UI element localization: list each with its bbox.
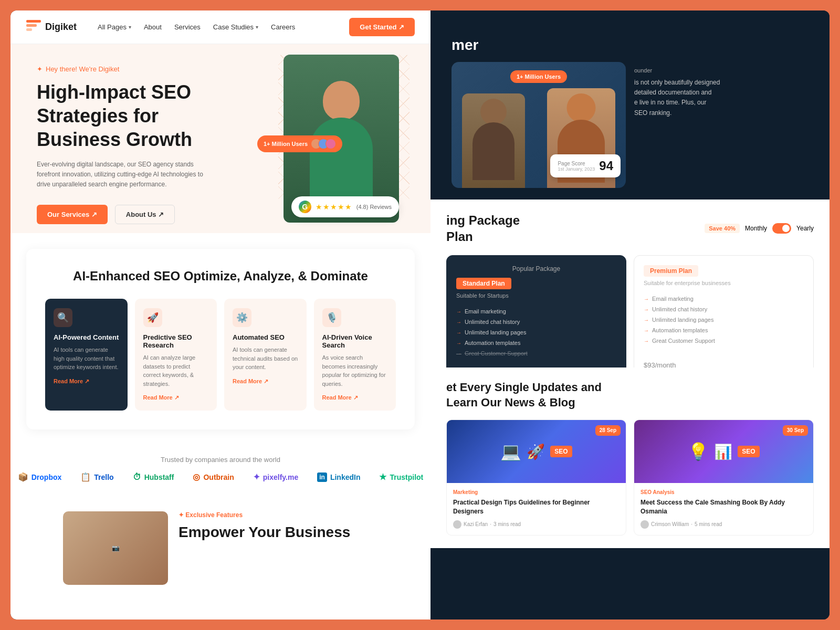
review-text: (4.8) Reviews	[356, 204, 392, 210]
blog-section: et Every Single Updates and Learn Our Ne…	[430, 368, 830, 548]
logo[interactable]: Digiket	[26, 20, 77, 35]
trusted-section: Trusted by companies around the world 📦 …	[10, 445, 430, 492]
feature-card-voice: 🎙️ AI-Driven Voice Search As voice searc…	[314, 299, 396, 411]
read-more-link[interactable]: Read More ↗	[54, 378, 119, 385]
left-panel: Digiket All Pages ▾ About Services Case …	[10, 10, 430, 620]
read-more-link[interactable]: Read More ↗	[143, 394, 209, 401]
empower-image: 📷	[63, 511, 168, 585]
feature-card-desc: AI tools can generate technical audits b…	[233, 345, 298, 372]
founder-label: ounder	[634, 67, 808, 74]
blog-card-1[interactable]: 💻 🚀 SEO 28 Sep Marketing Practical Desig…	[446, 419, 626, 536]
feature-item: Great Customer Support	[644, 335, 804, 346]
seo-label: SEO	[550, 446, 572, 457]
customer-description: is not only beautifully designeddetailed…	[634, 78, 808, 118]
seo-icon: 💻	[500, 442, 521, 461]
get-started-button[interactable]: Get Started ↗	[349, 18, 415, 36]
author-avatar-1	[453, 520, 461, 529]
customer-card-title: mer	[452, 37, 808, 54]
exclusive-tag: ✦ Exclusive Features	[178, 511, 350, 519]
nav-case-studies[interactable]: Case Studies ▾	[213, 23, 258, 31]
blog-card-2[interactable]: 💡 📊 SEO 30 Sep SEO Analysis Meet Success…	[634, 419, 814, 536]
nav-about[interactable]: About	[144, 23, 162, 31]
empower-content: 📷 ✦ Exclusive Features Empower Your Busi…	[37, 503, 404, 593]
empower-section: 📷 ✦ Exclusive Features Empower Your Busi…	[10, 492, 430, 604]
blog-card-image-1: 💻 🚀 SEO 28 Sep	[447, 420, 626, 483]
read-more-link[interactable]: Read More ↗	[322, 394, 388, 401]
about-us-button[interactable]: About Us ↗	[115, 205, 175, 224]
pricing-title: ing Package Plan	[446, 212, 520, 245]
pricing-header: ing Package Plan Save 40% Monthly Yearly	[446, 212, 814, 245]
google-review-badge: G ★★★★★ (4.8) Reviews	[291, 196, 399, 217]
navbar: Digiket All Pages ▾ About Services Case …	[10, 10, 430, 44]
customer-card: mer 1+ Million Users	[430, 21, 830, 212]
nav-careers[interactable]: Careers	[271, 23, 295, 31]
plan-name-badge: Standard Plan	[456, 278, 511, 289]
trusted-title: Trusted by companies around the world	[26, 456, 415, 464]
brand-dropbox: 📦 Dropbox	[18, 472, 62, 482]
logo-icon	[26, 20, 41, 35]
hero-title: High-Impact SEO Strategies for Business …	[37, 80, 215, 151]
review-stars: ★★★★★	[316, 203, 352, 211]
popular-badge: Popular Package	[456, 265, 616, 272]
pixelfy-icon: ✦	[253, 472, 260, 482]
trustpilot-icon: ★	[379, 472, 386, 482]
blog-section-title: et Every Single Updates and Learn Our Ne…	[446, 380, 814, 410]
feature-cards: 🔍 AI-Powered Content AI tools can genera…	[45, 299, 396, 411]
blog-card-body-2: SEO Analysis Meet Success the Cale Smash…	[634, 483, 813, 535]
yearly-label: Yearly	[796, 225, 814, 232]
feature-card-automated: ⚙️ Automated SEO AI tools can generate t…	[224, 299, 307, 411]
read-more-link[interactable]: Read More ↗	[233, 378, 298, 385]
mini-avatars	[311, 139, 336, 149]
feature-item: Unlimited chat history	[456, 317, 616, 327]
ai-section: AI-Enhanced SEO Optimize, Analyze, & Dom…	[26, 249, 415, 429]
customer-layout: 1+ Million Users Page Score 1st January,…	[452, 62, 808, 188]
logo-text: Digiket	[45, 22, 77, 33]
feature-item: Unlimited chat history	[644, 304, 804, 314]
plan-suitable: Suitable for Startups	[456, 292, 616, 299]
feature-card-ai-powered: 🔍 AI-Powered Content AI tools can genera…	[45, 299, 128, 411]
brand-outbrain: ◎ Outbrain	[193, 472, 234, 482]
customer-photo: 1+ Million Users Page Score 1st January,…	[452, 62, 626, 188]
google-icon: G	[299, 201, 311, 213]
feature-card-predictive: 🚀 Predictive SEO Research AI can analyze…	[135, 299, 217, 411]
feature-item: Email marketing	[644, 293, 804, 304]
chart-icon: 📊	[714, 443, 732, 460]
hubstaff-icon: ⏱	[133, 472, 141, 482]
empower-text: ✦ Exclusive Features Empower Your Busine…	[178, 511, 350, 542]
blog-card-title-2: Meet Success the Cale Smashing Book By A…	[640, 498, 807, 516]
save-badge: Save 40%	[705, 224, 740, 233]
blog-date-badge-2: 30 Sep	[783, 425, 808, 436]
feature-card-title: AI-Driven Voice Search	[322, 333, 388, 349]
nav-services[interactable]: Services	[174, 23, 201, 31]
users-badge-right: 1+ Million Users	[510, 70, 567, 83]
plan-features-premium: Email marketing Unlimited chat history U…	[644, 293, 804, 346]
chevron-down-icon: ▾	[256, 24, 258, 30]
plan-suitable-premium: Suitable for enterprise businesses	[644, 280, 804, 286]
feature-card-title: Predictive SEO Research	[143, 333, 209, 349]
ai-icon: 🔍	[54, 308, 72, 327]
nav-links: All Pages ▾ About Services Case Studies …	[98, 23, 349, 31]
hero-image-area: 1+ Million Users G ★★★★★ (4.8) Reviews	[252, 55, 410, 233]
page-score-info: Page Score 1st January, 2023	[558, 161, 595, 172]
rocket-icon: 🚀	[527, 443, 545, 460]
nav-all-pages[interactable]: All Pages ▾	[98, 23, 131, 31]
our-services-button[interactable]: Our Services ↗	[37, 205, 108, 224]
feature-card-desc: AI can analyze large datasets to predict…	[143, 353, 209, 388]
page-score-badge: Page Score 1st January, 2023 94	[550, 154, 621, 177]
plan-features: Email marketing Unlimited chat history U…	[456, 306, 616, 359]
predictive-icon: 🚀	[143, 308, 162, 327]
body-1	[472, 122, 514, 180]
blog-card-body-1: Marketing Practical Design Tips Guidelin…	[447, 483, 626, 535]
dropbox-icon: 📦	[18, 472, 28, 482]
brand-logos: 📦 Dropbox 📋 Trello ⏱ Hubstaff ◎ Outbrain…	[26, 472, 415, 482]
monthly-label: Monthly	[745, 225, 767, 232]
linkedin-icon: in	[317, 472, 327, 482]
image-placeholder-label: 📷	[63, 511, 168, 585]
analysis-icon: 💡	[688, 442, 709, 461]
brand-pixelfy: ✦ pixelfy.me	[253, 472, 298, 482]
blog-date-badge-1: 28 Sep	[595, 425, 621, 436]
feature-item: Unlimited landing pages	[644, 314, 804, 325]
billing-toggle[interactable]	[772, 223, 791, 234]
author-avatar-2	[640, 520, 649, 529]
ai-section-title: AI-Enhanced SEO Optimize, Analyze, & Dom…	[45, 268, 396, 284]
